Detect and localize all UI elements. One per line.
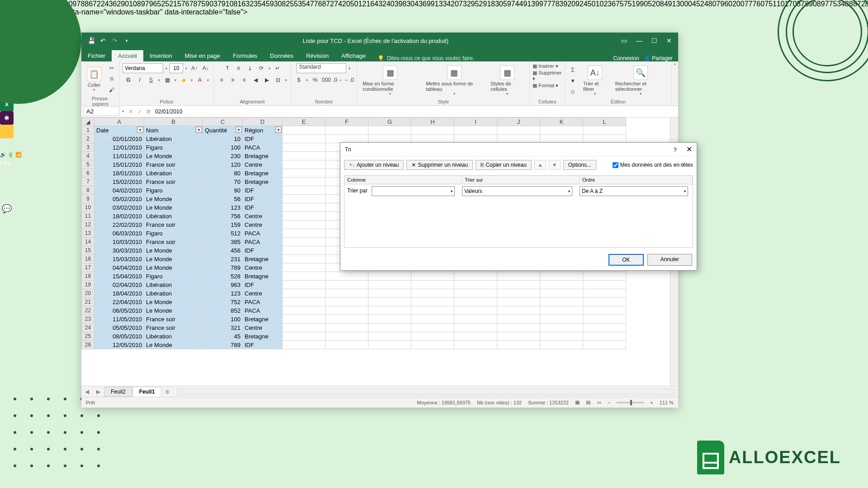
row-header[interactable]: 9	[82, 195, 94, 203]
cell[interactable]: Le Monde	[144, 255, 203, 263]
cell[interactable]	[368, 135, 411, 143]
cell[interactable]: 752	[203, 298, 243, 306]
cell[interactable]	[283, 178, 326, 186]
new-sheet-icon[interactable]: ⊕	[161, 389, 173, 395]
cell[interactable]	[411, 281, 454, 289]
cell[interactable]	[497, 324, 540, 332]
cell[interactable]: 15/04/2010	[94, 272, 144, 281]
cell[interactable]	[326, 332, 368, 341]
cell[interactable]: Le Monde	[144, 298, 203, 306]
cell[interactable]	[368, 272, 411, 281]
cell[interactable]: France soir	[144, 160, 203, 169]
cell[interactable]: 528	[203, 272, 243, 281]
cell[interactable]: Le Monde	[144, 203, 203, 212]
cell[interactable]	[368, 341, 411, 349]
row-header[interactable]: 21	[82, 298, 94, 306]
cell[interactable]: Libération	[144, 281, 203, 289]
row-header[interactable]: 5	[82, 160, 94, 169]
align-top-icon[interactable]: ⤒	[222, 63, 232, 73]
cell[interactable]: 512	[203, 229, 243, 238]
decrease-font-icon[interactable]: A↓	[201, 63, 211, 73]
cell[interactable]: Libération	[144, 169, 203, 178]
cell[interactable]: 100	[203, 315, 243, 324]
tab-affichage[interactable]: Affichage	[335, 50, 372, 61]
cell[interactable]	[283, 298, 326, 306]
cell[interactable]	[283, 143, 326, 152]
cell[interactable]	[454, 341, 497, 349]
cell[interactable]: 04/04/2010	[94, 263, 144, 272]
cell[interactable]	[497, 289, 540, 298]
cell[interactable]	[283, 255, 326, 263]
percent-icon[interactable]: %	[310, 75, 320, 85]
row-header[interactable]: 14	[82, 238, 94, 246]
cell[interactable]	[283, 315, 326, 324]
chevron-down-icon[interactable]: ▾	[184, 66, 188, 70]
font-size-select[interactable]	[170, 63, 183, 73]
cell[interactable]: Centre	[243, 160, 283, 169]
cell[interactable]: Centre	[243, 263, 283, 272]
cell[interactable]: 12/05/2010	[94, 341, 144, 349]
cell[interactable]: 56	[203, 195, 243, 203]
row-header[interactable]: 24	[82, 324, 94, 332]
delete-level-button[interactable]: ✕Supprimer un niveau	[406, 160, 473, 170]
cell[interactable]	[411, 315, 454, 324]
cell[interactable]: IDF	[243, 246, 283, 255]
cell[interactable]	[540, 135, 583, 143]
cell[interactable]	[583, 298, 626, 306]
cell[interactable]: 90	[203, 186, 243, 195]
cell[interactable]: PACA	[243, 306, 283, 315]
cell[interactable]	[283, 186, 326, 195]
cell[interactable]: Bretagne	[243, 332, 283, 341]
row-header[interactable]: 20	[82, 289, 94, 298]
cell[interactable]: 321	[203, 324, 243, 332]
save-icon[interactable]: 💾	[88, 37, 95, 44]
cell[interactable]	[283, 272, 326, 281]
options-button[interactable]: Options...	[563, 160, 596, 170]
tell-me-search[interactable]: 💡 Dites-nous ce que vous voulez faire.	[372, 55, 480, 61]
row-header[interactable]: 2	[82, 135, 94, 143]
cell[interactable]	[540, 324, 583, 332]
cell[interactable]: IDF	[243, 195, 283, 203]
cell[interactable]: 123	[203, 289, 243, 298]
column-header-quantite[interactable]: Quantité▾	[203, 126, 243, 135]
cell[interactable]: 789	[203, 263, 243, 272]
cell[interactable]	[411, 272, 454, 281]
tab-nav-prev-icon[interactable]: ◀	[81, 389, 93, 395]
cell[interactable]: Centre	[243, 221, 283, 229]
row-header[interactable]: 16	[82, 255, 94, 263]
cell[interactable]: 456	[203, 246, 243, 255]
filter-icon[interactable]: ▾	[196, 127, 202, 133]
cell[interactable]	[540, 306, 583, 315]
redo-icon[interactable]: ↷	[111, 37, 118, 44]
increase-indent-icon[interactable]: ▶	[262, 75, 272, 85]
cell[interactable]: Bretagne	[243, 169, 283, 178]
select-all-cell[interactable]: ◢	[82, 118, 94, 126]
font-color-button[interactable]: A	[195, 75, 205, 85]
tab-donnees[interactable]: Données	[264, 50, 300, 61]
cell[interactable]	[540, 341, 583, 349]
cell[interactable]: IDF	[243, 135, 283, 143]
inserer-button[interactable]: ▦ Insérer ▾	[533, 63, 558, 69]
cell[interactable]: 10	[203, 135, 243, 143]
ribbon-display-icon[interactable]: ▭	[621, 37, 627, 44]
row-header[interactable]: 3	[82, 143, 94, 152]
cell[interactable]: Le Monde	[144, 306, 203, 315]
zoom-out-icon[interactable]: −	[608, 400, 610, 405]
column-header[interactable]: E	[283, 118, 326, 126]
cell[interactable]: PACA	[243, 143, 283, 152]
cell[interactable]: IDF	[243, 281, 283, 289]
cell[interactable]	[454, 289, 497, 298]
cell[interactable]: 123	[203, 203, 243, 212]
headers-checkbox[interactable]: Mes données ont des en-têtes	[613, 162, 693, 168]
column-header[interactable]: D	[243, 118, 283, 126]
cell[interactable]	[326, 298, 368, 306]
cell[interactable]	[540, 315, 583, 324]
cell[interactable]: Bretagne	[243, 152, 283, 160]
move-up-button[interactable]: ▲	[534, 160, 546, 170]
cell[interactable]: Bretagne	[243, 178, 283, 186]
collapse-ribbon-icon[interactable]: ˄	[672, 61, 678, 105]
cell[interactable]: 15/03/2010	[94, 255, 144, 263]
cell[interactable]	[454, 272, 497, 281]
cell[interactable]	[368, 306, 411, 315]
row-header[interactable]: 13	[82, 229, 94, 238]
